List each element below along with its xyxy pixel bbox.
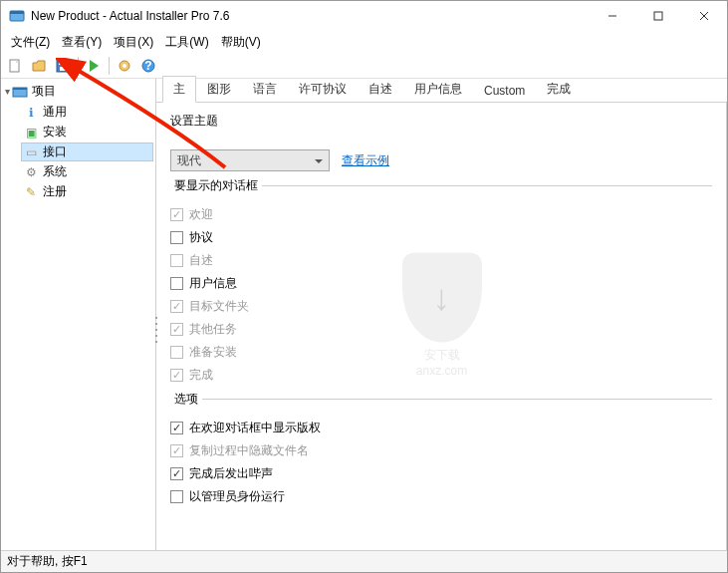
app-icon (9, 8, 25, 24)
checkbox-icon (170, 254, 183, 267)
tab-7[interactable]: 完成 (536, 76, 582, 102)
help-button[interactable]: ? (137, 55, 159, 77)
dialog-checkbox-0: 欢迎 (170, 203, 712, 226)
menubar: 文件(Z) 查看(Y) 项目(X) 工具(W) 帮助(V) (1, 31, 727, 53)
tab-strip: 主图形语言许可协议自述用户信息Custom完成 (156, 79, 727, 103)
checkbox-label: 完成 (189, 367, 213, 384)
sidebar-header[interactable]: ▾ 项目 (3, 81, 153, 102)
sidebar: ▾ 项目 ℹ通用▣安装▭接口⚙系统✎注册 (1, 79, 156, 550)
tab-1[interactable]: 图形 (196, 76, 242, 102)
sidebar-item-icon: ▣ (23, 125, 39, 141)
tab-0[interactable]: 主 (162, 76, 196, 103)
maximize-button[interactable] (635, 1, 681, 31)
checkbox-label: 其他任务 (189, 321, 237, 338)
project-icon (12, 84, 28, 100)
minimize-button[interactable] (590, 1, 635, 31)
checkbox-label: 复制过程中隐藏文件名 (189, 442, 309, 459)
menu-view[interactable]: 查看(Y) (56, 32, 108, 53)
checkbox-label: 用户信息 (189, 275, 237, 292)
open-button[interactable] (28, 55, 50, 77)
svg-text:?: ? (144, 59, 151, 73)
sidebar-item-3[interactable]: ⚙系统 (21, 162, 153, 181)
save-button[interactable] (52, 55, 74, 77)
checkbox-icon (170, 277, 183, 290)
menu-tools[interactable]: 工具(W) (159, 32, 214, 53)
svg-rect-1 (10, 11, 24, 14)
dialog-checkbox-6: 准备安装 (170, 341, 712, 364)
checkbox-icon (170, 208, 183, 221)
option-checkbox-0[interactable]: 在欢迎对话框中显示版权 (170, 417, 712, 439)
checkbox-icon (170, 346, 183, 359)
sidebar-item-4[interactable]: ✎注册 (21, 182, 153, 201)
tab-panel-main: 安下载 anxz.com 设置主题 现代 查看示例 要显示的对话框 欢迎协议自述… (156, 103, 727, 550)
content-area: 主图形语言许可协议自述用户信息Custom完成 安下载 anxz.com 设置主… (156, 79, 727, 550)
checkbox-icon (170, 444, 183, 457)
dialog-checkbox-7: 完成 (170, 364, 712, 387)
checkbox-label: 在欢迎对话框中显示版权 (189, 420, 321, 436)
checkbox-label: 目标文件夹 (189, 298, 249, 315)
dialog-checkbox-4: 目标文件夹 (170, 295, 712, 318)
run-button[interactable] (83, 55, 105, 77)
sidebar-item-icon: ▭ (23, 144, 39, 160)
option-checkbox-3[interactable]: 以管理员身份运行 (170, 485, 712, 508)
sidebar-title: 项目 (32, 83, 56, 100)
theme-select[interactable]: 现代 (170, 149, 330, 171)
sidebar-item-icon: ℹ (23, 105, 39, 121)
close-button[interactable] (681, 1, 727, 31)
sidebar-item-label: 接口 (43, 143, 67, 160)
svg-rect-3 (654, 12, 662, 20)
new-button[interactable] (4, 55, 26, 77)
titlebar: New Product - Actual Installer Pro 7.6 (1, 1, 727, 31)
theme-label: 设置主题 (170, 113, 712, 130)
option-checkbox-2[interactable]: 完成后发出哔声 (170, 462, 712, 485)
checkbox-icon (170, 467, 183, 480)
tab-4[interactable]: 自述 (358, 76, 403, 102)
dialog-checkbox-3[interactable]: 用户信息 (170, 272, 712, 295)
dialog-checkbox-2: 自述 (170, 249, 712, 272)
checkbox-icon (170, 490, 183, 503)
checkbox-icon (170, 300, 183, 313)
svg-rect-15 (13, 88, 27, 90)
svg-rect-8 (59, 61, 67, 65)
checkbox-icon (170, 369, 183, 382)
menu-file[interactable]: 文件(Z) (5, 32, 56, 53)
option-checkbox-1: 复制过程中隐藏文件名 (170, 439, 712, 462)
sidebar-item-icon: ✎ (23, 184, 39, 200)
checkbox-icon (170, 323, 183, 336)
dialog-checkbox-1[interactable]: 协议 (170, 226, 712, 249)
sidebar-item-1[interactable]: ▣安装 (21, 123, 153, 142)
sidebar-item-label: 系统 (43, 163, 67, 180)
sidebar-item-label: 通用 (43, 104, 67, 121)
menu-help[interactable]: 帮助(V) (215, 32, 267, 53)
checkbox-label: 欢迎 (189, 206, 213, 223)
view-example-link[interactable]: 查看示例 (342, 152, 389, 169)
sidebar-item-icon: ⚙ (23, 164, 39, 180)
tab-5[interactable]: 用户信息 (403, 76, 473, 102)
checkbox-label: 协议 (189, 229, 213, 246)
sidebar-item-2[interactable]: ▭接口 (21, 143, 153, 161)
tab-2[interactable]: 语言 (242, 76, 288, 102)
dialog-checkbox-5: 其他任务 (170, 318, 712, 341)
options-group: 选项 在欢迎对话框中显示版权复制过程中隐藏文件名完成后发出哔声以管理员身份运行 (170, 399, 712, 508)
checkbox-label: 以管理员身份运行 (189, 488, 285, 505)
checkbox-label: 自述 (189, 252, 213, 269)
svg-point-11 (122, 64, 126, 68)
svg-rect-9 (60, 67, 66, 71)
status-text: 对于帮助, 按F1 (7, 553, 88, 570)
checkbox-label: 完成后发出哔声 (189, 465, 273, 482)
collapse-icon: ▾ (5, 86, 10, 97)
dialogs-group: 要显示的对话框 欢迎协议自述用户信息目标文件夹其他任务准备安装完成 (170, 185, 712, 387)
sidebar-item-label: 注册 (43, 183, 67, 200)
sidebar-item-label: 安装 (43, 124, 67, 141)
checkbox-label: 准备安装 (189, 344, 237, 361)
window-title: New Product - Actual Installer Pro 7.6 (31, 9, 590, 23)
checkbox-icon (170, 422, 183, 434)
sidebar-item-0[interactable]: ℹ通用 (21, 103, 153, 122)
settings-button[interactable] (114, 55, 135, 77)
tab-6[interactable]: Custom (473, 79, 536, 102)
menu-project[interactable]: 项目(X) (108, 32, 159, 53)
checkbox-icon (170, 231, 183, 244)
tab-3[interactable]: 许可协议 (288, 76, 358, 102)
statusbar: 对于帮助, 按F1 (1, 550, 727, 572)
